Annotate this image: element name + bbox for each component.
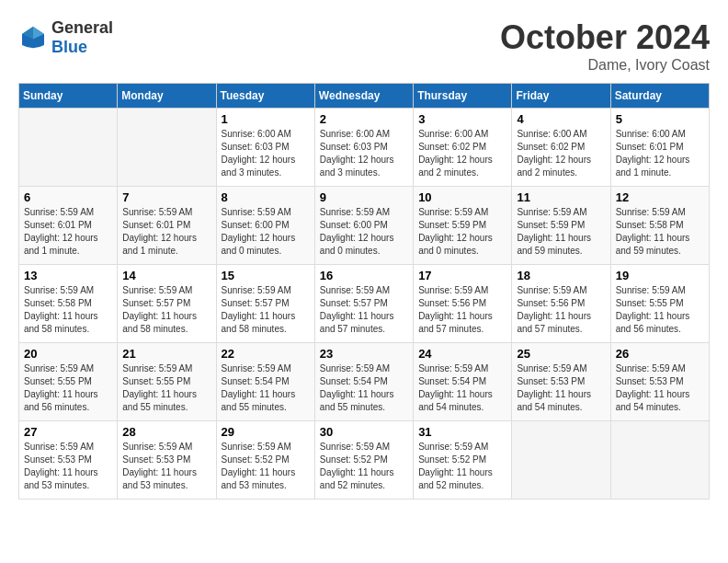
day-number: 2 <box>320 112 408 126</box>
week-row-5: 27Sunrise: 5:59 AM Sunset: 5:53 PM Dayli… <box>19 421 710 500</box>
day-cell: 20Sunrise: 5:59 AM Sunset: 5:55 PM Dayli… <box>19 343 118 421</box>
day-cell: 25Sunrise: 5:59 AM Sunset: 5:53 PM Dayli… <box>512 343 610 421</box>
day-cell: 13Sunrise: 5:59 AM Sunset: 5:58 PM Dayli… <box>19 265 118 343</box>
day-info: Sunrise: 5:59 AM Sunset: 5:58 PM Dayligh… <box>616 206 704 258</box>
day-info: Sunrise: 5:59 AM Sunset: 5:54 PM Dayligh… <box>320 362 408 414</box>
col-header-friday: Friday <box>512 84 610 109</box>
day-cell <box>118 109 216 187</box>
day-number: 6 <box>24 190 112 204</box>
day-info: Sunrise: 5:59 AM Sunset: 5:53 PM Dayligh… <box>24 441 112 492</box>
day-number: 19 <box>616 269 704 282</box>
col-header-thursday: Thursday <box>414 84 512 109</box>
day-cell: 6Sunrise: 5:59 AM Sunset: 6:01 PM Daylig… <box>19 187 118 265</box>
day-cell <box>19 109 118 187</box>
day-info: Sunrise: 5:59 AM Sunset: 5:52 PM Dayligh… <box>418 441 506 492</box>
day-cell: 10Sunrise: 5:59 AM Sunset: 5:59 PM Dayli… <box>414 187 512 265</box>
day-info: Sunrise: 6:00 AM Sunset: 6:02 PM Dayligh… <box>517 128 605 179</box>
day-cell: 16Sunrise: 5:59 AM Sunset: 5:57 PM Dayli… <box>314 265 413 343</box>
day-number: 22 <box>222 347 310 361</box>
logo-icon <box>18 23 48 52</box>
day-info: Sunrise: 5:59 AM Sunset: 6:01 PM Dayligh… <box>122 206 210 258</box>
location: Dame, Ivory Coast <box>500 57 710 74</box>
header-row: SundayMondayTuesdayWednesdayThursdayFrid… <box>19 84 710 109</box>
day-cell: 27Sunrise: 5:59 AM Sunset: 5:53 PM Dayli… <box>19 421 118 500</box>
day-number: 28 <box>122 425 210 439</box>
day-info: Sunrise: 5:59 AM Sunset: 5:59 PM Dayligh… <box>517 206 605 258</box>
day-cell: 31Sunrise: 5:59 AM Sunset: 5:52 PM Dayli… <box>414 421 512 500</box>
day-cell: 17Sunrise: 5:59 AM Sunset: 5:56 PM Dayli… <box>414 265 512 343</box>
day-number: 24 <box>418 347 506 361</box>
day-cell: 5Sunrise: 6:00 AM Sunset: 6:01 PM Daylig… <box>610 109 709 187</box>
day-cell <box>610 421 709 500</box>
day-info: Sunrise: 5:59 AM Sunset: 6:00 PM Dayligh… <box>222 206 310 258</box>
day-cell: 22Sunrise: 5:59 AM Sunset: 5:54 PM Dayli… <box>216 343 314 421</box>
day-cell: 4Sunrise: 6:00 AM Sunset: 6:02 PM Daylig… <box>512 109 610 187</box>
day-number: 8 <box>222 190 310 204</box>
day-number: 25 <box>517 347 605 361</box>
calendar-header: SundayMondayTuesdayWednesdayThursdayFrid… <box>19 84 710 109</box>
day-number: 15 <box>222 269 310 282</box>
day-info: Sunrise: 5:59 AM Sunset: 5:53 PM Dayligh… <box>122 441 210 492</box>
day-info: Sunrise: 6:00 AM Sunset: 6:03 PM Dayligh… <box>222 128 310 179</box>
day-info: Sunrise: 5:59 AM Sunset: 5:54 PM Dayligh… <box>222 362 310 414</box>
col-header-sunday: Sunday <box>19 84 118 109</box>
day-number: 31 <box>418 425 506 439</box>
week-row-1: 1Sunrise: 6:00 AM Sunset: 6:03 PM Daylig… <box>19 109 710 187</box>
day-cell: 28Sunrise: 5:59 AM Sunset: 5:53 PM Dayli… <box>118 421 216 500</box>
day-info: Sunrise: 5:59 AM Sunset: 5:55 PM Dayligh… <box>616 284 704 336</box>
day-number: 30 <box>320 425 408 439</box>
day-number: 27 <box>24 425 112 439</box>
col-header-wednesday: Wednesday <box>314 84 413 109</box>
day-info: Sunrise: 5:59 AM Sunset: 5:57 PM Dayligh… <box>122 284 210 336</box>
day-info: Sunrise: 5:59 AM Sunset: 5:55 PM Dayligh… <box>24 362 112 414</box>
page-header: General Blue October 2024 Dame, Ivory Co… <box>18 18 710 74</box>
week-row-3: 13Sunrise: 5:59 AM Sunset: 5:58 PM Dayli… <box>19 265 710 343</box>
day-cell: 19Sunrise: 5:59 AM Sunset: 5:55 PM Dayli… <box>610 265 709 343</box>
day-cell: 23Sunrise: 5:59 AM Sunset: 5:54 PM Dayli… <box>314 343 413 421</box>
day-number: 5 <box>616 112 704 126</box>
day-number: 17 <box>418 269 506 282</box>
day-info: Sunrise: 6:00 AM Sunset: 6:03 PM Dayligh… <box>320 128 408 179</box>
col-header-saturday: Saturday <box>610 84 709 109</box>
day-number: 3 <box>418 112 506 126</box>
day-number: 14 <box>122 269 210 282</box>
day-info: Sunrise: 5:59 AM Sunset: 6:00 PM Dayligh… <box>320 206 408 258</box>
day-info: Sunrise: 6:00 AM Sunset: 6:02 PM Dayligh… <box>418 128 506 179</box>
day-cell <box>512 421 610 500</box>
day-cell: 18Sunrise: 5:59 AM Sunset: 5:56 PM Dayli… <box>512 265 610 343</box>
day-cell: 8Sunrise: 5:59 AM Sunset: 6:00 PM Daylig… <box>216 187 314 265</box>
day-number: 4 <box>517 112 605 126</box>
day-info: Sunrise: 5:59 AM Sunset: 5:52 PM Dayligh… <box>320 441 408 492</box>
calendar-table: SundayMondayTuesdayWednesdayThursdayFrid… <box>18 83 710 500</box>
day-cell: 24Sunrise: 5:59 AM Sunset: 5:54 PM Dayli… <box>414 343 512 421</box>
day-info: Sunrise: 5:59 AM Sunset: 5:54 PM Dayligh… <box>418 362 506 414</box>
day-cell: 2Sunrise: 6:00 AM Sunset: 6:03 PM Daylig… <box>314 109 413 187</box>
col-header-tuesday: Tuesday <box>216 84 314 109</box>
day-info: Sunrise: 6:00 AM Sunset: 6:01 PM Dayligh… <box>616 128 704 179</box>
day-number: 1 <box>222 112 310 126</box>
day-cell: 15Sunrise: 5:59 AM Sunset: 5:57 PM Dayli… <box>216 265 314 343</box>
day-number: 20 <box>24 347 112 361</box>
month-title: October 2024 <box>500 18 710 57</box>
day-number: 7 <box>122 190 210 204</box>
calendar-body: 1Sunrise: 6:00 AM Sunset: 6:03 PM Daylig… <box>19 109 710 500</box>
day-number: 21 <box>122 347 210 361</box>
day-cell: 21Sunrise: 5:59 AM Sunset: 5:55 PM Dayli… <box>118 343 216 421</box>
day-info: Sunrise: 5:59 AM Sunset: 5:57 PM Dayligh… <box>222 284 310 336</box>
day-info: Sunrise: 5:59 AM Sunset: 5:53 PM Dayligh… <box>616 362 704 414</box>
day-number: 11 <box>517 190 605 204</box>
day-number: 26 <box>616 347 704 361</box>
logo: General Blue <box>18 18 113 57</box>
day-cell: 11Sunrise: 5:59 AM Sunset: 5:59 PM Dayli… <box>512 187 610 265</box>
day-number: 23 <box>320 347 408 361</box>
day-number: 10 <box>418 190 506 204</box>
day-cell: 14Sunrise: 5:59 AM Sunset: 5:57 PM Dayli… <box>118 265 216 343</box>
day-cell: 9Sunrise: 5:59 AM Sunset: 6:00 PM Daylig… <box>314 187 413 265</box>
day-info: Sunrise: 5:59 AM Sunset: 5:57 PM Dayligh… <box>320 284 408 336</box>
day-info: Sunrise: 5:59 AM Sunset: 6:01 PM Dayligh… <box>24 206 112 258</box>
day-number: 16 <box>320 269 408 282</box>
week-row-2: 6Sunrise: 5:59 AM Sunset: 6:01 PM Daylig… <box>19 187 710 265</box>
day-cell: 12Sunrise: 5:59 AM Sunset: 5:58 PM Dayli… <box>610 187 709 265</box>
day-number: 29 <box>222 425 310 439</box>
day-cell: 1Sunrise: 6:00 AM Sunset: 6:03 PM Daylig… <box>216 109 314 187</box>
